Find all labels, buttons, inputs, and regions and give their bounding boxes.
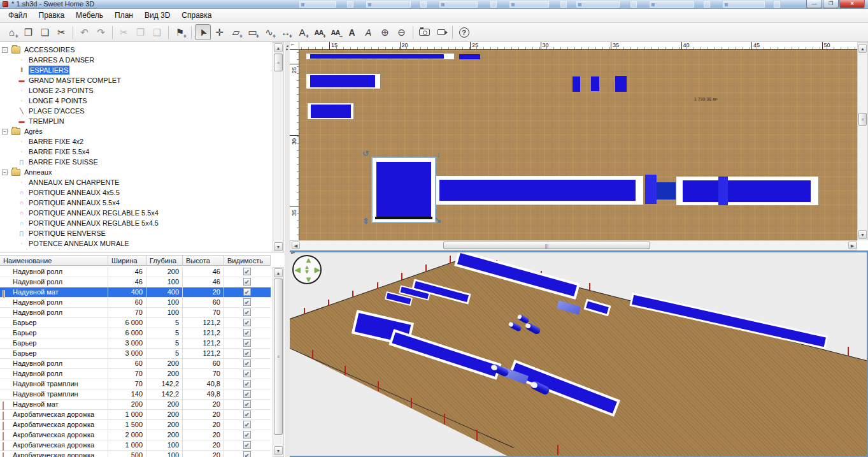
redo-button[interactable]: ↷ bbox=[93, 24, 109, 40]
catalog-item[interactable]: ‖ESPALIERS bbox=[0, 65, 271, 75]
menu-edit[interactable]: Правка bbox=[33, 9, 71, 22]
plan-furniture-item[interactable] bbox=[310, 54, 444, 59]
select-tool-button[interactable]: ➤ bbox=[195, 24, 211, 40]
catalog-category[interactable]: −ACCESSOIRES bbox=[0, 45, 271, 55]
plan-horizontal-scrollbar[interactable]: ◀|||▶ bbox=[290, 240, 857, 250]
column-header-visibility[interactable]: Видимость bbox=[224, 256, 271, 266]
rotate-handle-icon[interactable]: ↺ bbox=[362, 149, 369, 158]
nav-down-arrow-icon[interactable]: ▼ bbox=[305, 276, 312, 282]
furniture-row[interactable]: Надувной ролл6020060✔ bbox=[0, 359, 271, 369]
plan-furniture-item[interactable] bbox=[311, 105, 351, 118]
tree-expander-icon[interactable]: − bbox=[2, 47, 8, 53]
furniture-row[interactable]: Акробатическая дорожка1 00020020✔ bbox=[0, 410, 271, 420]
column-header-height[interactable]: Высота bbox=[183, 256, 224, 266]
catalog-category[interactable]: −Anneaux bbox=[0, 167, 271, 177]
vertical-splitter[interactable]: ◂▸ bbox=[285, 42, 290, 457]
visibility-checkbox[interactable]: ✔ bbox=[243, 288, 251, 296]
visibility-checkbox[interactable]: ✔ bbox=[243, 390, 251, 398]
furniture-row[interactable]: Барьер3 0005121,2✔ bbox=[0, 349, 271, 359]
pan-tool-button[interactable]: ✛ bbox=[211, 24, 227, 40]
visibility-checkbox[interactable]: ✔ bbox=[243, 298, 251, 306]
scrollbar-thumb[interactable]: ≡ bbox=[274, 279, 283, 435]
column-header-name[interactable]: Наименование bbox=[0, 256, 108, 266]
plan-2d-canvas[interactable]: ↺↓⇕↘1 799,98 м² bbox=[299, 50, 857, 240]
zoom-in-button[interactable]: ⊕ bbox=[377, 24, 393, 40]
save-home-button[interactable]: ❏ bbox=[37, 24, 53, 40]
plan-furniture-item[interactable] bbox=[615, 76, 627, 92]
bold-button[interactable]: A bbox=[344, 24, 360, 40]
resize-handle-icon[interactable]: ↘ bbox=[435, 215, 441, 224]
catalog-item[interactable]: ▫ANNEAUX EN CHARPENTE bbox=[0, 177, 271, 187]
new-home-button[interactable]: ⌂+ bbox=[4, 24, 20, 40]
close-button[interactable]: ✕ bbox=[839, 0, 865, 8]
catalog-item[interactable]: ∩PORTIQUE ANNEAUX REGLABLE 5.5x4 bbox=[0, 208, 271, 218]
visibility-checkbox[interactable]: ✔ bbox=[243, 400, 251, 408]
camera-navigation-widget[interactable]: ▲ ▼ ◀ ▶ ▲▼ bbox=[292, 255, 322, 284]
plan-furniture-item[interactable] bbox=[310, 75, 375, 87]
create-dimensions-button[interactable]: ↔+ bbox=[278, 24, 294, 40]
maximize-button[interactable]: ❐ bbox=[823, 0, 839, 8]
visibility-checkbox[interactable]: ✔ bbox=[243, 319, 251, 326]
plan-selected-furniture[interactable] bbox=[371, 157, 436, 223]
furniture-row[interactable]: Барьер6 0005121,2✔ bbox=[0, 318, 271, 328]
furniture-row[interactable]: Акробатическая дорожка50010020✔ bbox=[0, 451, 271, 457]
preferences-button[interactable]: ✂ bbox=[53, 24, 69, 40]
visibility-checkbox[interactable]: ✔ bbox=[243, 441, 251, 449]
scroll-right-button[interactable]: ▶ bbox=[848, 242, 857, 249]
decrease-text-size-button[interactable]: AA− bbox=[327, 24, 343, 40]
furniture-catalog-tree[interactable]: −ACCESSOIRES▫BARRES A DANSER‖ESPALIERS▬G… bbox=[0, 42, 285, 252]
horizontal-splitter-arrows-icon[interactable]: ▴▾ bbox=[291, 250, 295, 254]
open-home-button[interactable]: ❒ bbox=[20, 24, 36, 40]
visibility-checkbox[interactable]: ✔ bbox=[243, 359, 251, 367]
height-handle-icon[interactable]: ⇕ bbox=[362, 217, 369, 226]
scroll-down-button[interactable]: ▼ bbox=[274, 446, 283, 455]
elevation-handle-icon[interactable]: ↓ bbox=[436, 150, 440, 159]
scroll-up-button[interactable]: ▲ bbox=[274, 43, 283, 52]
furniture-row[interactable]: Надувной ролл7010070✔ bbox=[0, 308, 271, 318]
scrollbar-thumb[interactable]: ||| bbox=[443, 242, 650, 249]
furniture-row[interactable]: Надувной ролл7020070✔ bbox=[0, 369, 271, 379]
menu-help[interactable]: Справка bbox=[176, 9, 217, 22]
create-rooms-button[interactable]: ▭+ bbox=[245, 24, 260, 40]
plan-furniture-item[interactable] bbox=[718, 177, 728, 205]
catalog-item[interactable]: ▫LONGE 4 POINTS bbox=[0, 96, 271, 106]
increase-text-size-button[interactable]: AA+ bbox=[311, 24, 327, 40]
catalog-scrollbar[interactable]: ▲≡▼ bbox=[273, 42, 284, 252]
scroll-up-button[interactable]: ▲ bbox=[274, 268, 283, 277]
splitter-arrows-icon[interactable]: ◂▸ bbox=[285, 45, 290, 51]
scrollbar-thumb[interactable]: ≡ bbox=[274, 54, 283, 71]
catalog-item[interactable]: ∩PORTIQUE ANNEAUX REGLABLE 5x4.5 bbox=[0, 218, 271, 228]
catalog-item[interactable]: ∩PORTIQUE ANNEAUX 4x5.5 bbox=[0, 187, 271, 198]
column-header-width[interactable]: Ширина bbox=[108, 256, 146, 266]
menu-view3d[interactable]: Вид 3D bbox=[139, 9, 176, 22]
add-furniture-button[interactable]: ⚑+ bbox=[172, 24, 188, 40]
catalog-item[interactable]: ▬TREMPLIN bbox=[0, 116, 271, 126]
column-header-depth[interactable]: Глубина bbox=[146, 256, 183, 266]
furniture-row[interactable]: Надувной ролл4620046✔ bbox=[0, 267, 271, 277]
catalog-category[interactable]: −Agrès bbox=[0, 126, 271, 136]
scroll-down-button[interactable]: ▼ bbox=[274, 242, 283, 251]
visibility-checkbox[interactable]: ✔ bbox=[243, 451, 251, 457]
menu-plan[interactable]: План bbox=[109, 9, 139, 22]
scroll-up-button[interactable]: ▲ bbox=[858, 44, 867, 53]
visibility-checkbox[interactable]: ✔ bbox=[243, 329, 251, 337]
visibility-checkbox[interactable]: ✔ bbox=[243, 308, 251, 316]
menu-furniture[interactable]: Мебель bbox=[70, 9, 109, 22]
visibility-checkbox[interactable]: ✔ bbox=[243, 349, 251, 357]
create-walls-button[interactable]: ▱+ bbox=[228, 24, 244, 40]
nav-left-arrow-icon[interactable]: ◀ bbox=[295, 266, 300, 273]
catalog-item[interactable]: ∏BARRE FIXE SUISSE bbox=[0, 157, 271, 167]
plan-furniture-item[interactable] bbox=[657, 182, 676, 199]
furniture-row[interactable]: Надувной трамплин70142,240,8✔ bbox=[0, 379, 271, 389]
scrollbar-thumb[interactable]: ≡ bbox=[858, 113, 867, 126]
catalog-item[interactable]: ∩PORTIQUE ANNEAUX 5.5x4 bbox=[0, 198, 271, 208]
tree-expander-icon[interactable]: − bbox=[2, 170, 8, 175]
paste-button[interactable]: ❑ bbox=[149, 24, 165, 40]
cut-button[interactable]: ✂ bbox=[116, 24, 132, 40]
nav-right-arrow-icon[interactable]: ▶ bbox=[315, 266, 320, 273]
nav-up-arrow-icon[interactable]: ▲ bbox=[305, 257, 312, 263]
tree-expander-icon[interactable]: − bbox=[2, 129, 8, 134]
help-button[interactable]: ? bbox=[456, 24, 472, 40]
visibility-checkbox[interactable]: ✔ bbox=[243, 339, 251, 347]
add-text-button[interactable]: A+ bbox=[294, 24, 310, 40]
